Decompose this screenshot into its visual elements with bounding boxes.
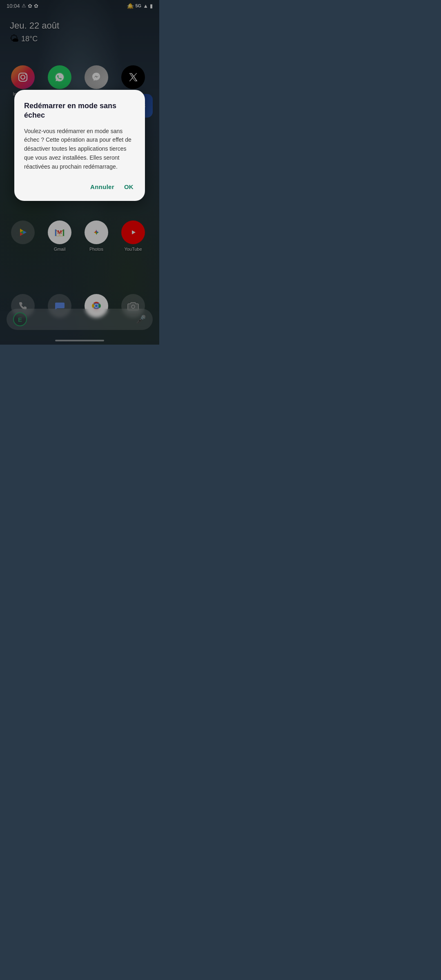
cancel-button[interactable]: Annuler — [89, 181, 116, 193]
dialog-title: Redémarrer en mode sans échec — [24, 101, 135, 120]
dialog-overlay: Redémarrer en mode sans échec Voulez-vou… — [0, 0, 159, 345]
dialog-buttons: Annuler OK — [24, 181, 135, 193]
ok-button[interactable]: OK — [122, 181, 135, 193]
dialog-body: Voulez-vous redémarrer en mode sans éche… — [24, 127, 135, 171]
dialog-box: Redémarrer en mode sans échec Voulez-vou… — [14, 90, 145, 201]
